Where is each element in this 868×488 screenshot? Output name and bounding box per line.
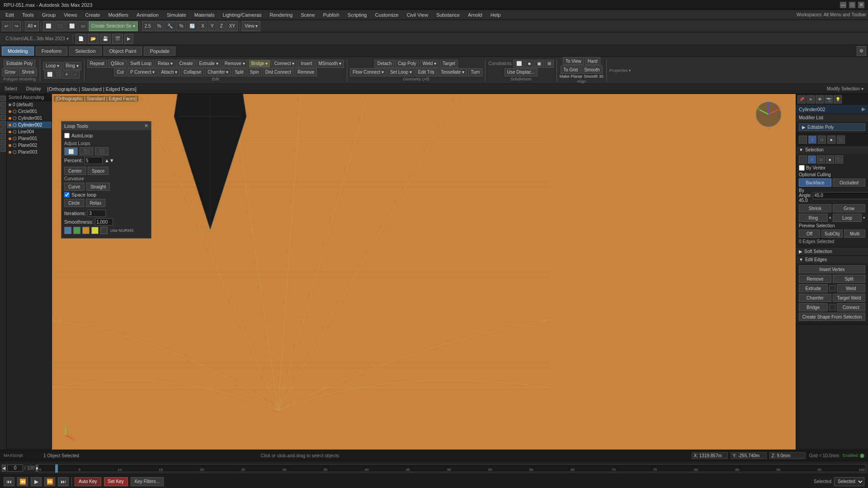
ring-btn[interactable]: Ring ▾ <box>63 62 81 70</box>
xy-axis[interactable]: XY <box>226 21 238 31</box>
constraint-face[interactable]: ▣ <box>534 60 544 68</box>
x-axis[interactable]: X <box>198 21 207 31</box>
grow-btn[interactable]: Grow <box>2 68 18 76</box>
menu-create[interactable]: Create <box>81 11 104 19</box>
weld-btn[interactable]: Weld ▾ <box>420 60 439 68</box>
connect-btn[interactable]: Connect <box>837 303 866 311</box>
attach-btn[interactable]: Attach ▾ <box>158 68 180 76</box>
edge-mode-btn[interactable]: / <box>808 136 816 144</box>
sel-edge-btn[interactable]: / <box>808 155 816 164</box>
space-loop-checkbox[interactable] <box>64 192 70 197</box>
loop-icon-btn[interactable]: ⬜ <box>44 70 52 79</box>
tab-object-paint[interactable]: Object Paint <box>104 47 142 56</box>
qslice-btn[interactable]: QSlice <box>108 60 127 68</box>
edit-edges-title[interactable]: ▼ Edit Edges <box>796 256 868 263</box>
rp-list-btn[interactable]: ≡ <box>807 95 815 103</box>
snap-toggle[interactable]: % <box>155 21 164 31</box>
menu-modifiers[interactable]: Modifiers <box>104 11 132 19</box>
extrude-settings-btn[interactable] <box>829 285 835 291</box>
border-mode-btn[interactable]: □ <box>818 136 826 144</box>
off-btn[interactable]: Off <box>799 230 820 238</box>
menu-scene[interactable]: Scene <box>297 11 318 19</box>
turn-btn[interactable]: Turn <box>468 68 482 76</box>
sel-poly-btn[interactable]: ■ <box>826 155 834 164</box>
scene-item-cylinder002[interactable]: ⬡ Cylinder002 <box>7 122 52 128</box>
bridge-settings-btn[interactable] <box>829 304 835 310</box>
snap-2d[interactable]: 2.5 <box>142 21 154 31</box>
use-displace-btn[interactable]: Use Displac... <box>505 68 538 76</box>
menu-group[interactable]: Group <box>38 11 60 19</box>
scene-item-line004[interactable]: ⬡ Line004 <box>7 128 52 135</box>
new-scene[interactable]: 📄 <box>75 34 86 44</box>
timeline-track[interactable]: 0 5 10 15 20 25 30 35 40 45 50 55 60 65 … <box>38 464 866 472</box>
scene-item-default[interactable]: 0 (default) <box>7 101 52 108</box>
shrink-btn[interactable]: Shrink <box>799 204 831 212</box>
current-frame-input[interactable] <box>7 465 23 472</box>
menu-customize[interactable]: Customize <box>371 11 402 19</box>
space-btn[interactable]: Space <box>88 167 108 175</box>
relax-btn[interactable]: Relax <box>86 199 106 207</box>
menu-lighting[interactable]: Lighting/Cameras <box>219 11 265 19</box>
soft-selection-title[interactable]: ▶ Soft Selection <box>796 248 868 255</box>
swatch-orange[interactable] <box>82 227 90 234</box>
occluded-btn[interactable]: Occluded <box>833 178 865 187</box>
hard-btn[interactable]: Hard <box>585 57 600 65</box>
sel-vertex-btn[interactable]: · <box>799 155 807 164</box>
link-selection[interactable]: ⬜ <box>66 21 77 31</box>
split-btn[interactable]: Split <box>232 68 246 76</box>
rp-light-btn[interactable]: 💡 <box>834 95 842 103</box>
weld-btn[interactable]: Weld <box>837 284 866 292</box>
lp-btn-9[interactable] <box>0 146 6 152</box>
loop-tools-close[interactable]: ✕ <box>144 123 148 129</box>
ring-btn[interactable]: Ring <box>799 214 828 222</box>
scene-item-cylinder001[interactable]: ⬡ Cylinder001 <box>7 115 52 122</box>
tab-freeform[interactable]: Freeform <box>36 47 68 56</box>
subobj-btn[interactable]: SubObj <box>821 230 843 238</box>
tessellate-btn[interactable]: Tessellate ▾ <box>438 68 467 76</box>
tab-selection[interactable]: Selection <box>69 47 101 56</box>
snap-percent[interactable]: % <box>176 21 186 31</box>
lp-btn-7[interactable] <box>0 134 6 139</box>
constraint-normal[interactable]: ⊞ <box>545 60 554 68</box>
sel-border-btn[interactable]: □ <box>817 155 825 164</box>
remove2-btn[interactable]: Remove <box>295 68 317 76</box>
scene-item-plane003[interactable]: ⬡ Plane003 <box>7 149 52 155</box>
select-all-dropdown[interactable]: All ▾ <box>25 21 39 31</box>
menu-animation[interactable]: Animation <box>133 11 162 19</box>
spin-btn[interactable]: Spin <box>247 68 262 76</box>
tab-modeling[interactable]: Modeling <box>2 47 34 56</box>
chamfer-btn[interactable]: Chamfer ▾ <box>205 68 231 76</box>
ring-icon-btn[interactable]: ⬛ <box>53 70 61 79</box>
target-btn[interactable]: Target <box>440 60 458 68</box>
rp-eye-btn[interactable]: 👁 <box>816 95 824 103</box>
relax-btn[interactable]: Relax ▾ <box>155 60 175 68</box>
next-key-btn[interactable]: ⏩ <box>44 477 55 486</box>
z-axis[interactable]: Z <box>217 21 226 31</box>
select-region-rect[interactable]: ▭ <box>78 21 88 31</box>
menu-edit[interactable]: Edit <box>2 11 18 19</box>
key-filters-btn[interactable]: Key Filters... <box>131 477 164 486</box>
bridge-btn[interactable]: Bridge <box>799 303 828 311</box>
render-frame[interactable]: ▶ <box>124 34 133 44</box>
cap-poly-btn[interactable]: Cap Poly <box>395 60 419 68</box>
rp-camera-btn[interactable]: 📷 <box>825 95 833 103</box>
y-axis[interactable]: Y <box>208 21 217 31</box>
set-loop-btn[interactable]: Set Loop ▾ <box>387 68 415 76</box>
iterations-input[interactable] <box>88 210 106 217</box>
scene-item-plane001[interactable]: ⬡ Plane001 <box>7 135 52 142</box>
lp-btn-1[interactable] <box>0 96 6 101</box>
remove-btn[interactable]: Remove <box>799 275 831 283</box>
menu-simulate[interactable]: Simulate <box>163 11 190 19</box>
menu-scripting[interactable]: Scripting <box>344 11 371 19</box>
prev-key-btn[interactable]: ⏪ <box>17 477 28 486</box>
prev-frame-btn[interactable]: ◀ <box>2 465 6 472</box>
view-dropdown[interactable]: View ▾ <box>242 21 260 31</box>
modifier-editable-poly[interactable]: ▶ Editable Poly <box>799 123 865 131</box>
window-controls[interactable]: — □ ✕ <box>840 2 864 8</box>
smooth-btn[interactable]: Smooth <box>581 66 602 74</box>
by-vertex-checkbox[interactable] <box>799 165 805 171</box>
auto-key-btn[interactable]: Auto Key <box>75 477 101 486</box>
save-scene[interactable]: 💾 <box>100 34 111 44</box>
render-setup[interactable]: 🎬 <box>112 34 123 44</box>
p-connect-btn[interactable]: P Connect ▾ <box>127 68 157 76</box>
